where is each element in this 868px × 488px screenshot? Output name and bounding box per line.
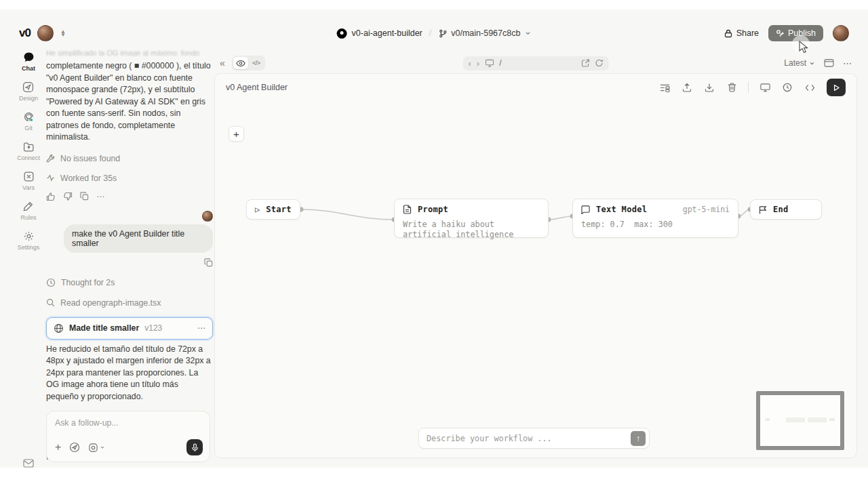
user-avatar-small bbox=[202, 211, 213, 222]
node-start-label: Start bbox=[266, 205, 292, 214]
project-menu[interactable]: v0-ai-agent-builder bbox=[337, 28, 422, 39]
top-bar-left: v0 ▲▼ bbox=[19, 25, 66, 41]
version-card[interactable]: Made title smaller v123 ⋯ bbox=[46, 317, 213, 340]
browser-window-icon[interactable] bbox=[824, 59, 834, 67]
node-prompt[interactable]: Prompt Write a haiku about artificial in… bbox=[394, 199, 549, 238]
workspace-switcher-icon[interactable]: ▲▼ bbox=[60, 30, 66, 37]
version-card-version: v123 bbox=[144, 323, 162, 333]
sidebar-item-chat[interactable]: Chat bbox=[22, 52, 35, 72]
node-text-model[interactable]: Text Model gpt-5-mini temp: 0.7 max: 300 bbox=[572, 199, 738, 238]
refresh-icon[interactable] bbox=[595, 59, 604, 67]
toolbar-divider bbox=[748, 82, 749, 93]
follow-up-input[interactable] bbox=[55, 418, 201, 428]
node-end[interactable]: End bbox=[750, 199, 822, 220]
trash-icon[interactable] bbox=[724, 80, 740, 95]
workflow-canvas[interactable]: v0 Agent Builder + bbox=[214, 73, 857, 458]
workspace-avatar[interactable] bbox=[37, 25, 54, 41]
user-avatar[interactable] bbox=[833, 25, 849, 41]
sidebar-item-git[interactable]: Git bbox=[23, 111, 35, 131]
run-workflow-button[interactable] bbox=[827, 79, 846, 96]
attach-plus-icon[interactable]: + bbox=[55, 441, 61, 453]
project-icon bbox=[337, 28, 347, 39]
read-file-text: Read opengraph-image.tsx bbox=[60, 298, 161, 308]
copy-icon[interactable] bbox=[80, 192, 89, 201]
branch-selector[interactable]: v0/main-5967c8cb bbox=[438, 28, 531, 38]
monitor-icon[interactable] bbox=[757, 80, 773, 95]
history-icon[interactable] bbox=[779, 80, 795, 95]
upload-icon[interactable] bbox=[679, 80, 695, 95]
code-view-icon[interactable] bbox=[802, 80, 818, 95]
version-card-title: Made title smaller bbox=[69, 323, 139, 333]
eye-icon bbox=[236, 60, 245, 67]
thought-row[interactable]: Thought for 2s bbox=[46, 278, 213, 287]
forward-icon[interactable]: › bbox=[477, 58, 479, 68]
connect-icon bbox=[23, 141, 35, 152]
minimap-node bbox=[829, 418, 835, 421]
sidebar-item-settings[interactable]: Settings bbox=[18, 230, 40, 251]
thumbs-down-icon[interactable] bbox=[63, 192, 73, 201]
collapse-panel-icon[interactable]: « bbox=[220, 58, 225, 68]
sidebar-item-label: Settings bbox=[18, 244, 40, 251]
copy-icon[interactable] bbox=[204, 258, 213, 267]
code-mode-tab[interactable]: </> bbox=[249, 57, 264, 69]
sidebar-item-connect[interactable]: Connect bbox=[17, 141, 40, 161]
more-options-icon[interactable]: ⋯ bbox=[96, 192, 104, 201]
publish-button[interactable]: Publish bbox=[768, 25, 823, 41]
url-path[interactable]: / bbox=[499, 58, 576, 68]
preview-url-bar[interactable]: ‹ › / bbox=[463, 56, 609, 70]
share-label: Share bbox=[736, 28, 759, 38]
document-icon bbox=[403, 205, 412, 214]
branch-name: v0/main-5967c8cb bbox=[451, 28, 520, 38]
sidebar-item-label: Rules bbox=[20, 214, 36, 221]
chat-icon bbox=[23, 52, 35, 63]
left-rail: Chat Design Git Connect Vars Rules Setti… bbox=[14, 52, 43, 468]
wrench-icon bbox=[46, 154, 55, 163]
workflow-prompt-input[interactable] bbox=[427, 434, 631, 443]
version-selector-label: Latest bbox=[784, 58, 806, 68]
worked-duration-text: Worked for 35s bbox=[60, 174, 117, 183]
v0-app: v0 ▲▼ v0-ai-agent-builder / v0/main-5967… bbox=[0, 0, 868, 488]
download-icon[interactable] bbox=[701, 80, 717, 95]
sidebar-item-label: Chat bbox=[22, 65, 35, 72]
node-text-model-header: Text Model gpt-5-mini bbox=[573, 199, 738, 220]
lock-icon bbox=[724, 29, 732, 38]
chat-input-toolbar: + bbox=[55, 439, 203, 455]
view-mode-segment: </> bbox=[232, 56, 265, 70]
workflow-send-button[interactable]: ↑ bbox=[631, 431, 646, 446]
design-icon bbox=[22, 81, 34, 93]
flag-icon bbox=[759, 205, 767, 214]
send-to-design-icon[interactable] bbox=[69, 442, 80, 453]
mention-icon bbox=[88, 443, 98, 453]
voice-input-button[interactable] bbox=[186, 439, 203, 455]
sidebar-item-rules[interactable]: Rules bbox=[20, 201, 36, 221]
auto-layout-icon[interactable] bbox=[656, 80, 673, 95]
device-icon[interactable] bbox=[485, 59, 494, 67]
feedback-mail-icon[interactable] bbox=[23, 459, 34, 468]
version-selector[interactable]: Latest bbox=[784, 58, 815, 68]
node-text-model-body: temp: 0.7 max: 300 bbox=[573, 220, 738, 237]
sidebar-item-vars[interactable]: Vars bbox=[22, 171, 35, 191]
preview-mode-tab[interactable] bbox=[233, 57, 248, 69]
source-selector[interactable] bbox=[88, 443, 105, 453]
node-text-model-badge: gpt-5-mini bbox=[683, 205, 730, 214]
share-button[interactable]: Share bbox=[724, 28, 759, 38]
sidebar-item-label: Vars bbox=[22, 184, 35, 191]
version-card-menu-icon[interactable]: ⋯ bbox=[197, 323, 205, 333]
scrolled-message-line: He simplificado la OG image al máximo: f… bbox=[46, 49, 213, 56]
back-icon[interactable]: ‹ bbox=[469, 58, 471, 68]
v0-logo[interactable]: v0 bbox=[19, 26, 31, 40]
code-icon: </> bbox=[252, 60, 260, 66]
search-icon bbox=[46, 298, 55, 307]
sidebar-item-design[interactable]: Design bbox=[19, 81, 38, 102]
github-icon bbox=[23, 111, 35, 123]
read-file-row[interactable]: Read opengraph-image.tsx bbox=[46, 298, 213, 308]
canvas-minimap[interactable] bbox=[756, 391, 844, 450]
chat-panel: He simplificado la OG image al máximo: f… bbox=[46, 49, 213, 462]
more-options-icon[interactable]: ⋯ bbox=[843, 58, 852, 68]
message-square-icon bbox=[581, 205, 590, 214]
add-node-button[interactable]: + bbox=[229, 126, 244, 142]
breadcrumb-divider: / bbox=[429, 28, 431, 38]
open-external-icon[interactable] bbox=[582, 59, 590, 67]
node-start[interactable]: ▷ Start bbox=[246, 199, 300, 220]
thumbs-up-icon[interactable] bbox=[46, 192, 56, 201]
